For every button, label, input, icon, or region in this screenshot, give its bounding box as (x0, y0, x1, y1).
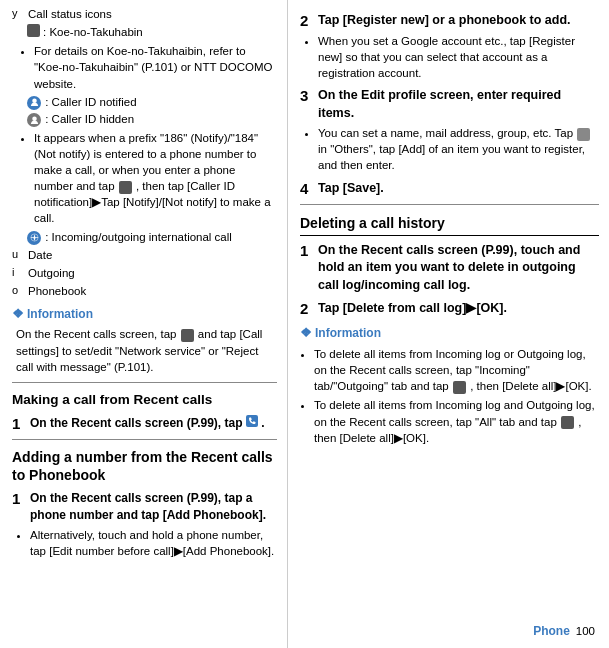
adding-section-heading: Adding a number from the Recent calls to… (12, 448, 277, 484)
info-right-bullet1: To delete all items from Incoming log or… (314, 346, 599, 394)
call-status-label: Call status icons (28, 6, 112, 23)
footer-page: 100 (576, 623, 595, 640)
international-label: : Incoming/outgoing international call (45, 231, 232, 243)
info-diamond-right-icon: ❖ (300, 324, 312, 343)
right-step3-title: 3 On the Edit profile screen, enter requ… (300, 87, 599, 122)
info-heading-left: ❖ Information (12, 305, 277, 324)
menu-icon-delete2 (561, 416, 574, 429)
koe-label: : Koe-no-Takuhabin (43, 24, 143, 41)
step2-bullet: Alternatively, touch and hold a phone nu… (30, 527, 277, 559)
list-item-outgoing: i Outgoing (12, 265, 277, 282)
left-step1: 1 On the Recent calls screen (P.99), tap… (12, 415, 277, 433)
del-step1: 1 On the Recent calls screen (P.99), tou… (300, 242, 599, 295)
right-step2-title: 2 Tap [Register new] or a phonebook to a… (300, 12, 599, 30)
outgoing-label: Outgoing (28, 265, 75, 282)
making-section-heading: Making a call from Recent calls (12, 391, 277, 409)
caller-id-hidden-row: : Caller ID hidden (12, 111, 277, 128)
info-block-right: ❖ Information To delete all items from I… (300, 324, 599, 445)
left-step2-bullets: Alternatively, touch and hold a phone nu… (12, 527, 277, 559)
caller-id-notified-row: : Caller ID notified (12, 94, 277, 111)
left-column: y Call status icons : Koe-no-Takuhabin F… (0, 0, 288, 648)
menu-icon-info (181, 329, 194, 342)
footer-label: Phone (533, 623, 570, 640)
right-step3-bullets: You can set a name, mail address, group,… (300, 125, 599, 173)
svg-point-0 (32, 99, 37, 104)
page-container: y Call status icons : Koe-no-Takuhabin F… (0, 0, 609, 648)
koe-detail: For details on Koe-no-Takuhaibin, refer … (34, 43, 277, 91)
right-step4-title: 4 Tap [Save]. (300, 180, 599, 198)
prefix-detail: It appears when a prefix "186" (Notify)/… (34, 130, 277, 227)
date-label: Date (28, 247, 52, 264)
right-step4: 4 Tap [Save]. (300, 180, 599, 198)
phonebook-label: Phonebook (28, 283, 86, 300)
list-item-koe: : Koe-no-Takuhabin (12, 24, 277, 41)
info-right-bullets: To delete all items from Incoming log or… (300, 346, 599, 446)
divider-deleting (300, 204, 599, 205)
list-item-date: u Date (12, 247, 277, 264)
left-step2-title: 1 On the Recent calls screen (P.99), tap… (12, 490, 277, 524)
list-item-phonebook: o Phonebook (12, 283, 277, 300)
menu-icon-inline (119, 181, 132, 194)
prefix-bullets: It appears when a prefix "186" (Notify)/… (12, 130, 277, 227)
info-right-bullet2: To delete all items from Incoming log an… (314, 397, 599, 445)
info-heading-right: ❖ Information (300, 324, 599, 343)
right-step2-bullet: When you set a Google account etc., tap … (318, 33, 599, 81)
del-step1-title: 1 On the Recent calls screen (P.99), tou… (300, 242, 599, 295)
divider-making (12, 382, 277, 383)
right-column: 2 Tap [Register new] or a phonebook to a… (288, 0, 609, 648)
info-diamond-icon: ❖ (12, 305, 24, 324)
divider-adding (12, 439, 277, 440)
caller-id-notified-icon (27, 96, 41, 110)
list-item-y: y Call status icons (12, 6, 277, 23)
deleting-heading: Deleting a call history (300, 213, 599, 236)
right-step3: 3 On the Edit profile screen, enter requ… (300, 87, 599, 173)
deleting-section: Deleting a call history 1 On the Recent … (300, 213, 599, 446)
add-icon (577, 128, 590, 141)
phone-icon (246, 415, 258, 432)
menu-icon-delete1 (453, 381, 466, 394)
info-text-left: On the Recent calls screen, tap and tap … (12, 326, 277, 376)
right-step3-bullet: You can set a name, mail address, group,… (318, 125, 599, 173)
del-step2-title: 2 Tap [Delete from call log]▶[OK]. (300, 300, 599, 318)
right-step2: 2 Tap [Register new] or a phonebook to a… (300, 12, 599, 81)
caller-id-notified-label: : Caller ID notified (45, 96, 136, 108)
right-step2-bullets: When you set a Google account etc., tap … (300, 33, 599, 81)
international-call-icon (27, 231, 41, 245)
del-step2: 2 Tap [Delete from call log]▶[OK]. (300, 300, 599, 318)
left-step2: 1 On the Recent calls screen (P.99), tap… (12, 490, 277, 559)
info-block-left: ❖ Information On the Recent calls screen… (12, 305, 277, 376)
international-row: : Incoming/outgoing international call (12, 229, 277, 246)
svg-rect-4 (246, 415, 258, 427)
page-footer: Phone 100 (533, 623, 595, 640)
caller-id-hidden-icon (27, 113, 41, 127)
koe-bullets: For details on Koe-no-Takuhaibin, refer … (12, 43, 277, 91)
koe-icon (27, 24, 40, 37)
left-step1-title: 1 On the Recent calls screen (P.99), tap… (12, 415, 277, 433)
caller-id-hidden-label: : Caller ID hidden (45, 113, 134, 125)
svg-point-1 (32, 116, 37, 121)
